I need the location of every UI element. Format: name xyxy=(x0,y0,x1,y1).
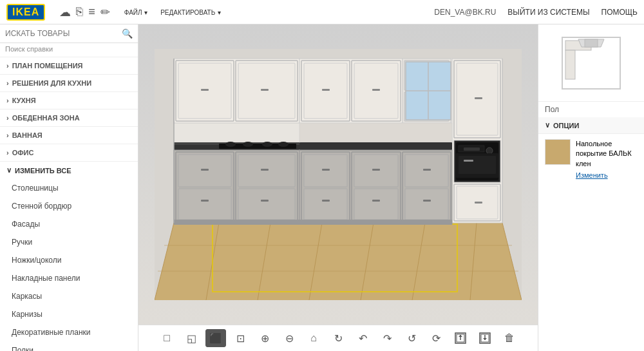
upload-icon[interactable]: ☁ xyxy=(59,5,71,19)
svg-rect-80 xyxy=(372,169,380,171)
svg-rect-41 xyxy=(459,156,496,174)
sidebar-item-bathroom[interactable]: › ВАННАЯ xyxy=(0,127,138,144)
floor-option-text: Напольное покрытие БАЛЬК клен Изменить xyxy=(576,139,638,181)
svg-rect-82 xyxy=(322,200,330,202)
nav-section-plan: › ПЛАН ПОМЕЩЕНИЯ xyxy=(0,57,138,75)
sidebar-item-office[interactable]: › ОФИС xyxy=(0,144,138,161)
svg-rect-76 xyxy=(354,189,398,220)
tool-rotate-right[interactable]: ↻ xyxy=(328,329,348,347)
search-icon[interactable]: 🔍 xyxy=(122,28,133,39)
nav-section-kitchen-solutions: › РЕШЕНИЯ ДЛЯ КУХНИ xyxy=(0,75,138,92)
nav-section-bathroom: › ВАННАЯ xyxy=(0,127,138,144)
svg-point-64 xyxy=(225,142,236,147)
tool-undo[interactable]: ↶ xyxy=(352,329,373,347)
chevron-down-options-icon: ∨ xyxy=(545,121,550,129)
kitchen-render[interactable] xyxy=(138,24,538,325)
svg-rect-56 xyxy=(178,189,231,220)
svg-rect-100 xyxy=(585,39,598,47)
chevron-right-icon5: › xyxy=(6,131,9,139)
tool-rotate-cw[interactable]: ⟳ xyxy=(426,329,446,347)
svg-rect-46 xyxy=(299,123,452,142)
svg-rect-42 xyxy=(464,160,473,162)
tool-redo[interactable]: ↷ xyxy=(377,329,397,347)
edit-icon[interactable]: ✏ xyxy=(100,5,110,19)
room-outline-svg xyxy=(559,34,623,92)
topbar-tools: ☁ ⎘ ≡ ✏ xyxy=(59,5,110,19)
tool-export[interactable] xyxy=(475,329,495,347)
chevron-right-icon: › xyxy=(6,62,9,70)
svg-rect-74 xyxy=(304,189,347,220)
svg-rect-38 xyxy=(464,147,480,151)
sidebar-item-kitchen[interactable]: › КУХНЯ xyxy=(0,92,138,109)
right-panel: Пол ∨ ОПЦИИ Напольное покрытие БАЛЬК кле… xyxy=(538,24,644,351)
tool-delete[interactable]: 🗑 xyxy=(499,329,520,347)
tool-zoom-fit[interactable]: ⊡ xyxy=(230,329,251,347)
sidebar-item-legs[interactable]: Ножки/цоколи xyxy=(0,251,138,269)
tool-home[interactable]: ⌂ xyxy=(303,329,324,347)
sidebar-item-kitchen-solutions[interactable]: › РЕШЕНИЯ ДЛЯ КУХНИ xyxy=(0,75,138,91)
tool-3d-outline[interactable]: ◱ xyxy=(181,329,202,347)
nav-section-kitchen: › КУХНЯ xyxy=(0,92,138,109)
sidebar-item-panels[interactable]: Накладные панели xyxy=(0,269,138,287)
svg-rect-61 xyxy=(261,169,269,171)
sidebar-item-plan[interactable]: › ПЛАН ПОМЕЩЕНИЯ xyxy=(0,57,138,74)
canvas-toolbar: □ ◱ ⬛ ⊡ ⊕ ⊖ ⌂ ↻ ↶ ↷ ↺ ⟳ 🗑 xyxy=(138,325,538,351)
search-box: 🔍 xyxy=(0,24,138,43)
floor-option-item: Напольное покрытие БАЛЬК клен Изменить xyxy=(538,134,644,186)
ikea-logo: IKEA xyxy=(6,4,45,21)
chevron-right-icon3: › xyxy=(6,97,9,104)
svg-rect-83 xyxy=(372,200,380,202)
tool-zoom-out[interactable]: ⊖ xyxy=(279,329,299,347)
svg-rect-81 xyxy=(423,169,431,171)
topbar-right: DEN_VA@BK.RU ВЫЙТИ ИЗ СИСТЕМЫ ПОМОЩЬ xyxy=(434,8,638,17)
sidebar-item-change-all[interactable]: ∨ ИЗМЕНИТЬ ВСЕ xyxy=(0,162,138,179)
room-preview xyxy=(538,24,644,102)
logout-button[interactable]: ВЫЙТИ ИЗ СИСТЕМЫ xyxy=(507,8,589,17)
svg-rect-26 xyxy=(322,89,330,91)
topbar-menus: ФАЙЛ ▾ РЕДАКТИРОВАТЬ ▾ xyxy=(124,7,221,17)
nav-section-office: › ОФИС xyxy=(0,144,138,162)
user-email: DEN_VA@BK.RU xyxy=(434,8,496,17)
svg-rect-27 xyxy=(372,89,380,91)
svg-point-67 xyxy=(278,142,289,147)
svg-point-66 xyxy=(262,142,272,147)
svg-rect-78 xyxy=(405,189,448,220)
sidebar-item-frames[interactable]: Каркасы xyxy=(0,287,138,305)
svg-rect-58 xyxy=(238,189,295,220)
tool-zoom-in[interactable]: ⊕ xyxy=(254,329,275,347)
chevron-right-icon6: › xyxy=(6,149,9,157)
tool-2d[interactable]: □ xyxy=(156,329,177,347)
tool-rotate-left[interactable]: ↺ xyxy=(401,329,422,347)
floor-change-link[interactable]: Изменить xyxy=(576,171,638,180)
tool-3d-filled[interactable]: ⬛ xyxy=(205,329,226,347)
sidebar-item-cornices[interactable]: Карнизы xyxy=(0,305,138,323)
floor-swatch[interactable] xyxy=(545,139,571,165)
svg-rect-84 xyxy=(423,200,431,202)
svg-rect-60 xyxy=(201,200,209,202)
tool-import[interactable] xyxy=(450,329,471,347)
chevron-down-icon: ∨ xyxy=(6,166,12,175)
sidebar-item-dining[interactable]: › ОБЕДЕННАЯ ЗОНА xyxy=(0,109,138,126)
chevron-right-icon4: › xyxy=(6,114,9,122)
sidebar-item-countertops[interactable]: Столешницы xyxy=(0,179,138,197)
main-layout: 🔍 Поиск справки › ПЛАН ПОМЕЩЕНИЯ › РЕШЕН… xyxy=(0,24,644,351)
copy-icon[interactable]: ⎘ xyxy=(76,5,83,19)
options-header[interactable]: ∨ ОПЦИИ xyxy=(538,117,644,134)
list-icon[interactable]: ≡ xyxy=(88,5,95,19)
sidebar: 🔍 Поиск справки › ПЛАН ПОМЕЩЕНИЯ › РЕШЕН… xyxy=(0,24,138,351)
nav-section-dining: › ОБЕДЕННАЯ ЗОНА xyxy=(0,109,138,127)
svg-rect-19 xyxy=(201,89,209,91)
sidebar-item-facades[interactable]: Фасады xyxy=(0,215,138,233)
sidebar-item-wall-border[interactable]: Стенной бордюр xyxy=(0,197,138,215)
sidebar-item-decorative[interactable]: Декоративные планки xyxy=(0,323,138,341)
search-help: Поиск справки xyxy=(0,43,138,57)
nav-section-change-all: ∨ ИЗМЕНИТЬ ВСЕ Столешницы Стенной бордюр… xyxy=(0,162,138,351)
sidebar-item-handles[interactable]: Ручки xyxy=(0,233,138,251)
help-button[interactable]: ПОМОЩЬ xyxy=(601,8,638,17)
menu-file[interactable]: ФАЙЛ ▾ xyxy=(124,7,147,17)
svg-rect-85 xyxy=(174,220,452,225)
svg-rect-20 xyxy=(261,89,269,91)
search-input[interactable] xyxy=(5,29,118,38)
menu-edit[interactable]: РЕДАКТИРОВАТЬ ▾ xyxy=(160,7,221,17)
sidebar-item-shelves[interactable]: Полки xyxy=(0,341,138,351)
